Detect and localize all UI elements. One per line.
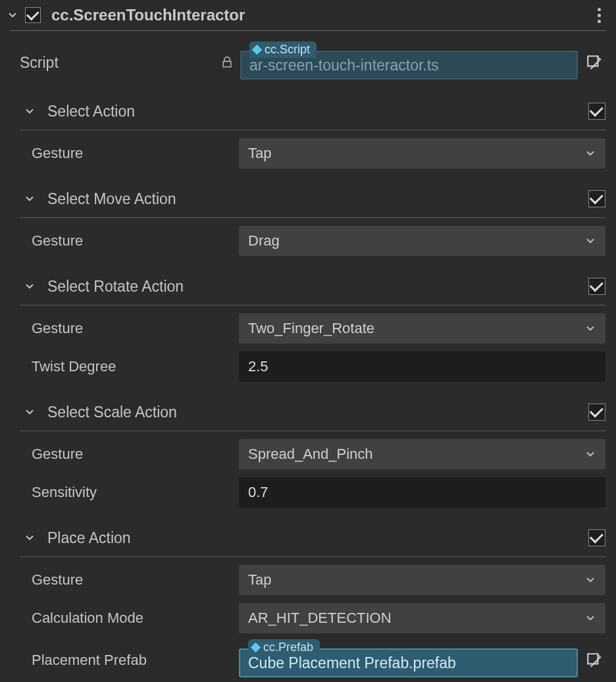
script-row: Script cc.Script ar-screen-touch-interac… [0, 40, 616, 85]
sensitivity-label: Sensitivity [32, 484, 232, 501]
section-enable-checkbox[interactable] [588, 404, 605, 421]
divider [20, 305, 605, 305]
gesture-label: Gesture [32, 232, 232, 249]
gesture-dropdown[interactable]: Drag [239, 226, 605, 256]
kebab-menu-icon[interactable] [592, 6, 605, 24]
component-header: cc.ScreenTouchInteractor [0, 0, 616, 30]
gesture-dropdown[interactable]: Tap [239, 138, 605, 169]
gesture-label: Gesture [32, 320, 232, 337]
section-select-action[interactable]: Select Action [0, 94, 616, 128]
placement-prefab-label: Placement Prefab [32, 652, 232, 669]
gesture-label: Gesture [32, 145, 232, 162]
section-enable-checkbox[interactable] [588, 190, 605, 207]
chevron-down-icon [584, 612, 596, 624]
section-title: Select Rotate Action [47, 278, 580, 296]
section-select-scale-action[interactable]: Select Scale Action [0, 395, 616, 429]
placement-prefab-row: Placement Prefab cc.Prefab Cube Placemen… [0, 637, 616, 682]
chevron-down-icon [24, 193, 36, 205]
section-title: Place Action [47, 529, 580, 547]
calculation-mode-row: Calculation Mode AR_HIT_DETECTION [0, 599, 616, 637]
diamond-icon [252, 45, 263, 55]
calculation-mode-label: Calculation Mode [32, 610, 232, 627]
chevron-down-icon [584, 574, 596, 586]
chevron-down-icon[interactable] [7, 9, 18, 21]
section-enable-checkbox[interactable] [588, 529, 605, 546]
sensitivity-row: Sensitivity [0, 473, 616, 512]
gesture-row: Gesture Tap [0, 561, 616, 599]
gesture-label: Gesture [32, 571, 232, 589]
locate-asset-icon[interactable] [583, 51, 605, 74]
divider [20, 217, 605, 218]
gesture-dropdown[interactable]: Spread_And_Pinch [239, 439, 605, 469]
gesture-row: Gesture Two_Finger_Rotate [0, 309, 616, 348]
script-label: Script [20, 54, 214, 72]
component-title: cc.ScreenTouchInteractor [51, 6, 586, 24]
divider [20, 556, 605, 557]
locate-asset-icon[interactable] [583, 649, 605, 671]
gesture-dropdown[interactable]: Tap [239, 565, 605, 595]
lock-icon [220, 56, 234, 69]
gesture-row: Gesture Drag [0, 222, 616, 260]
divider [20, 130, 605, 130]
prefab-reference-field[interactable]: cc.Prefab Cube Placement Prefab.prefab [239, 643, 578, 677]
gesture-row: Gesture Tap [0, 134, 616, 172]
prefab-type-tag: cc.Prefab [248, 639, 320, 656]
chevron-down-icon [584, 448, 596, 460]
chevron-down-icon [24, 105, 36, 117]
chevron-down-icon [584, 147, 596, 159]
calculation-mode-dropdown[interactable]: AR_HIT_DETECTION [239, 603, 605, 633]
gesture-row: Gesture Spread_And_Pinch [0, 435, 616, 473]
divider [20, 431, 605, 431]
diamond-icon [251, 643, 261, 653]
section-enable-checkbox[interactable] [588, 278, 605, 295]
section-title: Select Move Action [47, 190, 580, 208]
twist-degree-input[interactable] [239, 352, 605, 382]
section-select-rotate-action[interactable]: Select Rotate Action [0, 269, 616, 303]
component-enable-checkbox[interactable] [25, 7, 41, 23]
twist-degree-label: Twist Degree [32, 358, 232, 375]
script-reference-field[interactable]: cc.Script ar-screen-touch-interactor.ts [240, 45, 578, 80]
section-title: Select Scale Action [47, 404, 580, 421]
script-type-tag: cc.Script [249, 41, 317, 58]
sensitivity-input[interactable] [239, 477, 605, 508]
section-enable-checkbox[interactable] [588, 103, 605, 120]
section-select-move-action[interactable]: Select Move Action [0, 182, 616, 216]
chevron-down-icon [24, 406, 36, 418]
twist-degree-row: Twist Degree [0, 348, 616, 386]
section-place-action[interactable]: Place Action [0, 521, 616, 555]
chevron-down-icon [24, 280, 36, 292]
chevron-down-icon [584, 323, 596, 334]
section-title: Select Action [47, 103, 580, 120]
gesture-dropdown[interactable]: Two_Finger_Rotate [239, 313, 605, 344]
chevron-down-icon [24, 532, 36, 544]
chevron-down-icon [584, 235, 596, 247]
gesture-label: Gesture [32, 446, 232, 463]
